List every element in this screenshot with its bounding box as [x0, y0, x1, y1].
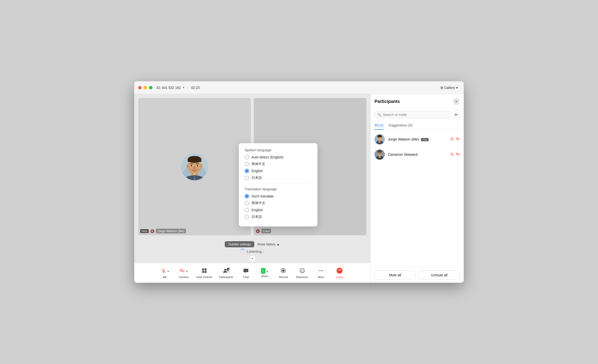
share-button[interactable]: ↑ ▲ Share — [256, 266, 273, 280]
record-button[interactable]: Record — [274, 266, 292, 280]
spoken-option-zh[interactable]: 简体中文 — [245, 162, 312, 166]
svg-point-29 — [224, 269, 226, 271]
camera-label: Camera — [179, 276, 188, 279]
mic-label: Mic — [163, 276, 167, 279]
collapse-button[interactable]: ▾ — [249, 255, 256, 262]
video-tile-jorge: Host 🔇 Jorge Watson (Me) — [138, 98, 251, 235]
spoken-radio-zh[interactable] — [245, 162, 249, 166]
participants-button[interactable]: 2 Participants — [216, 266, 236, 280]
share-chevron[interactable]: ▲ — [266, 270, 269, 272]
mic-icon-wrapper: ▲ — [161, 268, 169, 275]
reactions-label: Reactions — [296, 276, 308, 279]
panel-close-button[interactable]: ✕ — [453, 98, 460, 105]
svg-point-17 — [197, 165, 198, 166]
trans-option-ja[interactable]: 日本語 — [245, 215, 312, 219]
video-area: Host 🔇 Jorge Watson (Me) 🔇 Cam Spoken la… — [134, 94, 370, 283]
tab-all[interactable]: All (2) — [374, 121, 384, 130]
chat-label: Chat — [243, 276, 249, 279]
spoken-option-en[interactable]: English — [245, 169, 312, 173]
trans-label-ja: 日本語 — [252, 215, 262, 219]
meeting-id-chevron[interactable]: ▾ — [183, 86, 184, 89]
cameron-participant-avatar — [374, 149, 385, 160]
leave-button[interactable]: Leave — [331, 266, 348, 280]
subtitle-settings-button[interactable]: Subtitle settings — [225, 241, 254, 247]
trans-radio-none[interactable] — [245, 194, 249, 198]
close-button[interactable] — [138, 86, 142, 89]
show-history-label: Show history — [257, 242, 275, 246]
jorge-mic-muted-icon: 🔇 — [150, 229, 154, 233]
host-controls-button[interactable]: Host controls — [194, 266, 215, 280]
language-popup: Spoken language Auto detect (English) 简体… — [239, 143, 317, 226]
jorge-tile-label: Host 🔇 Jorge Watson (Me) — [140, 229, 186, 233]
more-button[interactable]: More — [312, 266, 330, 280]
zoom-window: ID: 401 532 181 ▾ | 02:23 ⊞ Gallery ▾ — [134, 81, 464, 283]
more-icon — [318, 268, 324, 275]
jorge-participant-info: Jorge Watson (Me) Host — [388, 137, 447, 141]
maximize-button[interactable] — [149, 86, 152, 89]
trans-radio-en[interactable] — [245, 208, 249, 212]
mute-all-button[interactable]: Mute all — [374, 270, 416, 280]
spoken-label-en: English — [252, 169, 263, 173]
jorge-avatar — [181, 153, 208, 180]
chat-button[interactable]: Chat — [237, 266, 255, 280]
chat-icon — [243, 268, 249, 275]
share-label: Share — [261, 275, 268, 278]
subtitle-bar: Subtitle settings Show history ▲ — [225, 241, 280, 247]
unmute-all-button[interactable]: Unmute all — [419, 270, 460, 280]
invite-button[interactable] — [451, 111, 460, 119]
show-history-button[interactable]: Show history ▲ — [257, 242, 280, 246]
camera-chevron[interactable]: ▲ — [186, 270, 188, 272]
participants-label: Participants — [219, 276, 233, 279]
participant-list: Jorge Watson (Me) Host — [371, 130, 464, 267]
trans-radio-zh[interactable] — [245, 201, 249, 205]
search-row: 🔍 — [371, 108, 464, 121]
svg-point-41 — [322, 270, 323, 271]
gallery-label: Gallery — [444, 86, 455, 90]
listening-row: Listening... — [240, 249, 265, 254]
camera-button[interactable]: ▲ Camera — [175, 266, 193, 280]
meeting-id: ID: 401 532 181 — [156, 86, 181, 90]
spoken-option-auto[interactable]: Auto detect (English) — [245, 155, 312, 159]
gallery-view-button[interactable]: ⊞ Gallery ▾ — [438, 85, 460, 91]
svg-point-11 — [200, 164, 203, 168]
participant-item-jorge[interactable]: Jorge Watson (Me) Host — [371, 132, 464, 147]
subtitle-area: Subtitle settings Show history ▲ Listeni… — [134, 239, 370, 263]
cameron-participant-icons — [450, 152, 460, 157]
search-input[interactable] — [383, 113, 447, 117]
record-icon — [280, 268, 286, 275]
reactions-icon — [299, 268, 305, 275]
svg-rect-27 — [202, 271, 204, 273]
svg-point-38 — [302, 270, 303, 270]
svg-rect-47 — [377, 136, 382, 137]
cameron-tile-name: Cam — [261, 229, 271, 233]
host-badge: Host — [140, 229, 149, 233]
spoken-radio-auto[interactable] — [245, 155, 249, 159]
svg-rect-60 — [379, 156, 381, 158]
minimize-button[interactable] — [144, 86, 147, 89]
trans-option-en[interactable]: English — [245, 208, 312, 212]
trans-radio-ja[interactable] — [245, 215, 249, 219]
spoken-radio-en[interactable] — [245, 169, 249, 173]
search-input-wrap: 🔍 — [374, 111, 449, 118]
title-bar: ID: 401 532 181 ▾ | 02:23 ⊞ Gallery ▾ — [134, 81, 464, 94]
toolbar: ▲ Mic ▲ C — [134, 263, 370, 283]
svg-rect-25 — [202, 268, 204, 270]
mic-button[interactable]: ▲ Mic — [156, 266, 174, 280]
spoken-label-ja: 日本語 — [252, 176, 262, 180]
camera-icon — [179, 268, 185, 275]
spoken-option-ja[interactable]: 日本語 — [245, 176, 312, 180]
mic-chevron[interactable]: ▲ — [167, 270, 169, 272]
meeting-timer: 02:23 — [191, 86, 200, 90]
trans-option-none[interactable]: Don't translate — [245, 194, 312, 198]
jorge-host-badge: Host — [421, 138, 429, 141]
spoken-radio-ja[interactable] — [245, 176, 249, 180]
meeting-info: ID: 401 532 181 ▾ | 02:23 — [156, 86, 200, 90]
trans-label-none: Don't translate — [252, 194, 274, 198]
participant-item-cameron[interactable]: Cameron Steward — [371, 147, 464, 162]
tab-suggestions[interactable]: Suggestions (0) — [389, 121, 413, 130]
camera-icon-wrapper: ▲ — [179, 268, 188, 275]
reactions-button[interactable]: Reactions — [293, 266, 311, 280]
participants-panel: Participants ✕ 🔍 All (2) — [370, 94, 464, 283]
cameron-tile-label: 🔇 Cam — [256, 229, 271, 233]
trans-option-zh[interactable]: 简体中文 — [245, 201, 312, 205]
